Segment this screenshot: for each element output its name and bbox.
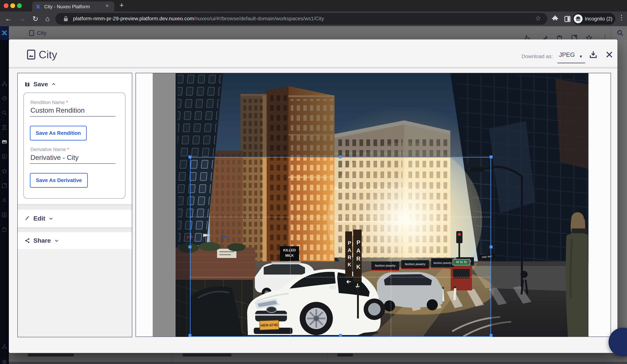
home-icon[interactable]: ⌂ xyxy=(45,15,50,23)
header-divider xyxy=(9,67,617,69)
extensions-puzzle-icon[interactable] xyxy=(551,15,559,22)
save-section-title: Save xyxy=(33,81,48,88)
dimmed-text xyxy=(337,354,353,357)
export-icon xyxy=(524,35,531,40)
close-tab-icon[interactable]: × xyxy=(105,2,109,9)
back-icon[interactable]: ← xyxy=(5,15,12,23)
format-select[interactable]: JPEG ▼ xyxy=(558,51,585,63)
image-editor-dialog: City Download as: JPEG ▼ Save xyxy=(9,40,617,353)
dimmed-breadcrumb-title: City xyxy=(37,30,47,36)
crop-handle-sw[interactable] xyxy=(188,334,191,337)
sidebar-recents-icon[interactable] xyxy=(2,96,7,101)
crop-dim-top xyxy=(176,73,588,157)
browser-menu-icon[interactable]: ⋮ xyxy=(618,14,625,21)
forward-icon[interactable]: → xyxy=(19,15,26,23)
download-icon[interactable] xyxy=(589,50,598,59)
chevron-down-icon xyxy=(49,216,53,221)
edit-section-title: Edit xyxy=(33,215,45,222)
edit-section: Edit xyxy=(18,210,132,227)
sidebar-assets-icon[interactable] xyxy=(2,139,7,145)
sidebar-search-icon[interactable] xyxy=(2,110,7,116)
edit-pencil-icon xyxy=(25,216,30,221)
image-document-icon xyxy=(27,50,35,60)
more-menu-icon: ⋮ xyxy=(602,34,608,40)
dimmed-right-column xyxy=(617,40,627,353)
minimize-window-button[interactable] xyxy=(10,3,15,8)
crop-dim-right xyxy=(491,157,588,337)
page-search-icon xyxy=(617,30,624,37)
sidebar-tasks-icon[interactable] xyxy=(2,125,7,130)
sidebar-browse-icon[interactable] xyxy=(2,81,7,87)
sidebar-collections-icon[interactable] xyxy=(2,183,7,188)
collections-icon xyxy=(571,35,577,40)
incognito-hat-icon xyxy=(575,16,581,22)
photo-canvas[interactable]: PARK PARK KILLEDMILK fashion jewelry fas… xyxy=(176,73,588,337)
share-section-title: Share xyxy=(33,237,51,244)
download-as-label: Download as: xyxy=(522,53,553,59)
edit-section-header[interactable]: Edit xyxy=(25,215,53,222)
crop-handle-e[interactable] xyxy=(490,245,493,248)
url-text: platform-nmm-pr-29-preview.platform.dev.… xyxy=(73,16,324,22)
sidebar-admin-icon[interactable] xyxy=(2,344,7,349)
caret-down-icon: ▼ xyxy=(579,54,583,59)
section-gap xyxy=(18,204,132,210)
url-host: platform-nmm-pr-29-preview.platform.dev.… xyxy=(73,16,194,21)
nuxeo-favicon xyxy=(35,4,41,9)
crop-handle-nw[interactable] xyxy=(188,156,191,158)
save-as-derivative-button[interactable]: Save As Derivative xyxy=(30,173,88,188)
crop-handle-w[interactable] xyxy=(188,245,191,248)
sidebar-workflow-icon[interactable] xyxy=(2,154,7,159)
share-section-header[interactable]: Share xyxy=(25,237,59,244)
sidebar-trash-icon[interactable] xyxy=(2,227,7,232)
ssl-lock-icon xyxy=(63,16,69,22)
sidebar-favorites-icon[interactable] xyxy=(2,168,7,174)
save-section: Save Rendition Name * Custom Rendition S… xyxy=(18,73,132,204)
crop-handle-se[interactable] xyxy=(490,334,493,337)
crop-selection[interactable] xyxy=(190,157,491,337)
image-viewer-panel: PARK PARK KILLEDMILK fashion jewelry fas… xyxy=(136,73,611,337)
close-dialog-icon[interactable] xyxy=(605,50,614,59)
crop-handle-ne[interactable] xyxy=(490,156,493,158)
required-marker: * xyxy=(67,147,69,152)
trash-icon xyxy=(556,35,563,40)
sidebar-settings-gear-icon[interactable] xyxy=(2,359,7,364)
save-floppy-icon xyxy=(25,82,30,87)
dimmed-text xyxy=(28,354,74,357)
url-path: /nuxeo/ui/#!/browse/default-domain/works… xyxy=(194,16,324,21)
rendition-name-input[interactable]: Custom Rendition xyxy=(30,106,85,114)
bookmark-star-icon[interactable]: ☆ xyxy=(535,14,541,22)
reload-icon[interactable]: ↻ xyxy=(32,15,38,23)
close-window-button[interactable] xyxy=(4,3,8,8)
new-tab-button[interactable]: + xyxy=(119,1,124,9)
screen: City - Nuxeo Platform × + ← → ↻ ⌂ platfo… xyxy=(0,0,627,364)
zoom-window-button[interactable] xyxy=(17,3,22,8)
viewer-stage: PARK PARK KILLEDMILK fashion jewelry fas… xyxy=(153,73,585,337)
save-form-card: Rendition Name * Custom Rendition Save A… xyxy=(23,93,125,199)
nuxeo-logo[interactable] xyxy=(0,26,9,40)
save-as-rendition-button[interactable]: Save As Rendition xyxy=(30,126,87,141)
dimmed-breadcrumb: City xyxy=(29,30,47,36)
incognito-badge[interactable]: Incognito (2) xyxy=(573,13,615,25)
incognito-label: Incognito (2) xyxy=(585,16,612,22)
sidebar-profile-icon[interactable] xyxy=(2,198,7,203)
derivative-name-input[interactable]: Derivative - City xyxy=(30,154,79,161)
sidebar-contacts-icon[interactable] xyxy=(2,212,7,218)
tools-panel: Save Rendition Name * Custom Rendition S… xyxy=(17,73,132,337)
share-icon xyxy=(25,238,30,243)
edit-pencil-icon xyxy=(542,35,548,40)
dimmed-footer-bar xyxy=(9,362,627,364)
chevron-down-icon xyxy=(54,238,59,243)
incognito-avatar xyxy=(574,14,582,23)
tab-title: City - Nuxeo Platform xyxy=(44,4,90,10)
crop-handle-n[interactable] xyxy=(339,156,342,158)
save-section-header[interactable]: Save xyxy=(25,81,56,88)
required-marker: * xyxy=(66,100,68,105)
tab-panel-icon[interactable] xyxy=(564,15,571,22)
dimmed-page-header: City ⋮ xyxy=(9,26,627,40)
dialog-title: City xyxy=(39,48,57,61)
chevron-up-icon xyxy=(51,82,56,87)
crop-handle-s[interactable] xyxy=(339,334,342,337)
dimmed-text xyxy=(183,354,231,357)
divider xyxy=(611,26,611,40)
derivative-name-label: Derivative Name * xyxy=(30,147,69,152)
